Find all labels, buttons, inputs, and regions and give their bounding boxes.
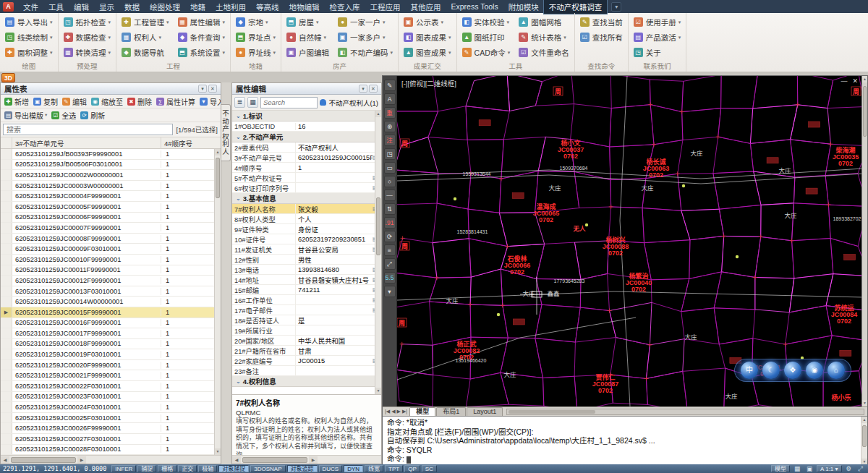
- nav-widget-button[interactable]: ◉: [806, 362, 823, 379]
- table-row[interactable]: 620523101259JC00022F030100011: [1, 381, 221, 392]
- entity-selector[interactable]: 不动产权利人(1): [320, 98, 379, 108]
- panel-tab-owner[interactable]: 不动产权利人: [221, 104, 231, 161]
- viewport-controls[interactable]: [-][俯视][二维线框]: [401, 78, 456, 88]
- scroll-down-icon[interactable]: ▼: [862, 400, 867, 406]
- model-space-button[interactable]: 模型: [771, 465, 790, 472]
- scroll-thumb[interactable]: [376, 197, 380, 255]
- del-button[interactable]: ✖删除: [125, 95, 154, 108]
- table-row[interactable]: 620523101259JC00007F999900011: [1, 223, 221, 234]
- table-row[interactable]: 620523101259JC00006F999900011: [1, 213, 221, 223]
- nav-widget-button[interactable]: ✥: [784, 362, 801, 379]
- scroll-right-icon[interactable]: ▶: [309, 456, 318, 464]
- scroll-left-icon[interactable]: ◀: [1, 456, 9, 464]
- attr-row[interactable]: 15#邮编741211▤: [232, 285, 381, 295]
- zhong-tool-icon[interactable]: 重: [384, 107, 396, 119]
- menu-item[interactable]: 附加模块: [503, 0, 544, 14]
- status-toggle-极轴[interactable]: 极轴: [198, 465, 217, 472]
- ribbon-button[interactable]: ✎统计表格▾: [516, 30, 572, 45]
- layout-tab[interactable]: 布局1: [436, 407, 466, 416]
- nav-widget-button[interactable]: ⌂: [827, 362, 845, 379]
- panel-menu-icon[interactable]: ▾: [359, 85, 367, 93]
- menubar-overflow-button[interactable]: ▾: [611, 2, 621, 12]
- column-header-seq[interactable]: 4#顺序号: [161, 137, 221, 149]
- attr-row[interactable]: 23#备注: [232, 366, 381, 376]
- table-vscrollbar[interactable]: ▲ ▼: [214, 149, 221, 455]
- command-line-panel[interactable]: 命令: *取消*指定对角点或 [栏选(F)/圈围(WP)/圈交(CP)]:自动保…: [383, 416, 867, 465]
- column-header-unit[interactable]: 3#不动产单元号: [12, 137, 161, 149]
- menu-item[interactable]: 地物编辑: [284, 0, 325, 14]
- ribbon-button[interactable]: ▤导入导出▾: [2, 14, 56, 30]
- ribbon-button[interactable]: ▦属性编辑▾: [175, 14, 229, 30]
- table-row[interactable]: 620523101259JC00011F999900011: [1, 265, 221, 276]
- attr-row[interactable]: 19#所属行业: [232, 325, 381, 336]
- status-toggle-INFER[interactable]: INFER: [111, 465, 136, 472]
- rect-tool-icon[interactable]: ▭: [384, 162, 396, 174]
- close-icon[interactable]: ✕: [369, 85, 378, 93]
- ribbon-button[interactable]: ☑文件重命名: [516, 45, 572, 60]
- attr-row[interactable]: 13#电话13993814680▤: [232, 265, 381, 275]
- cad-drawing[interactable]: 杨小文JC000370702杨长诚JC000630702柴海潮JC0003507…: [397, 76, 861, 406]
- calc-button[interactable]: ∑属性计算: [154, 95, 197, 108]
- attr-row[interactable]: 21#户籍所在省市甘肃: [232, 346, 381, 356]
- tabs-hscrollbar[interactable]: [506, 409, 864, 415]
- table-row[interactable]: 620523101259JC00012F999900011: [1, 276, 221, 286]
- menu-item[interactable]: 其他应用: [406, 0, 446, 14]
- attr-section-header[interactable]: ⌄4.权利信息: [232, 376, 381, 387]
- table-row[interactable]: 620523101259JC00002W000000011: [1, 170, 221, 181]
- attr-row[interactable]: 2#要素代码不动产权利人: [232, 142, 381, 153]
- status-toggle-SC[interactable]: SC: [422, 465, 437, 472]
- table-row[interactable]: 620523101259J/B00506F030100011: [1, 160, 221, 171]
- menu-item[interactable]: 地籍: [185, 0, 210, 14]
- attr-row[interactable]: 3#不动产单元号620523101259JC00015F...▤: [232, 153, 381, 163]
- attr-row[interactable]: 14#地址甘谷县磐安镇大庄村1号▤: [232, 275, 381, 285]
- menu-item[interactable]: 检查入库: [325, 0, 365, 14]
- ribbon-button[interactable]: ☑使用手册▾: [631, 14, 684, 30]
- annotate-tool-icon[interactable]: 注: [384, 135, 396, 146]
- status-toggle-捕捉[interactable]: 捕捉: [137, 465, 156, 472]
- osnap-tool-icon[interactable]: ⊕: [384, 121, 396, 132]
- ribbon-button[interactable]: ▲图查成果▾: [401, 45, 454, 60]
- ribbon-button[interactable]: ▤产品激活▾: [631, 30, 684, 45]
- ribbon-button[interactable]: ▲图幅网格: [516, 14, 572, 30]
- scroll-thumb[interactable]: [242, 457, 307, 463]
- ribbon-button[interactable]: ▦转换清理▾: [61, 45, 114, 60]
- line-tool-icon[interactable]: —: [384, 189, 396, 201]
- attr-row[interactable]: 20#国家/地区中华人民共和国: [232, 336, 381, 346]
- table-row[interactable]: 620523101259JC00014W000000011: [1, 297, 221, 307]
- next-tab-icon[interactable]: ▶: [397, 409, 401, 414]
- tpl-button[interactable]: ▤导出模版▾: [2, 109, 49, 122]
- table-row[interactable]: 620523101259JC00023F030100011: [1, 392, 221, 403]
- table-row[interactable]: 620523101259JC00008F999900011: [1, 234, 221, 244]
- table-row[interactable]: 620523101259JC00003W000000011: [1, 181, 221, 192]
- table-row[interactable]: 620523101259JC00020F999900011: [1, 360, 221, 371]
- ribbon-button[interactable]: ●自然幢▾: [284, 30, 332, 45]
- ribbon-button[interactable]: ●一家一户▾: [335, 14, 396, 30]
- menu-item[interactable]: 不动产权籍调查: [544, 0, 608, 14]
- table-row[interactable]: 620523101259JC00021F999900011: [1, 370, 221, 381]
- ribbon-button[interactable]: ◆宗地▾: [233, 14, 278, 30]
- ref-button[interactable]: ⟳刷新: [78, 109, 107, 122]
- menu-item[interactable]: 工程应用: [365, 0, 406, 14]
- nav-widget-button[interactable]: 中: [741, 362, 758, 379]
- table-row[interactable]: 620523101259JC00027F030100011: [1, 434, 221, 445]
- command-vscrollbar[interactable]: ▲ ▼: [861, 417, 867, 465]
- imp-button[interactable]: ▼导入: [197, 95, 221, 108]
- attr-vscrollbar[interactable]: ▲ ▼: [375, 111, 381, 394]
- prev-tab-icon[interactable]: ◀: [391, 409, 395, 414]
- app-logo-icon[interactable]: A: [3, 2, 14, 12]
- table-row[interactable]: 620523101259JC00010F999900011: [1, 255, 221, 265]
- swap-tool-icon[interactable]: ⇅: [384, 203, 396, 215]
- ribbon-button[interactable]: ◧实体校验▾: [459, 14, 514, 30]
- ribbon-button[interactable]: ▲图纸打印: [459, 30, 514, 45]
- scroll-thumb[interactable]: [509, 410, 595, 414]
- annotation-scale-button[interactable]: A 1:1 ▾: [817, 465, 841, 472]
- menu-item[interactable]: 绘图处理: [145, 0, 185, 14]
- attr-row[interactable]: 18#是否持证人是: [232, 315, 381, 325]
- attr-section-header[interactable]: ⌄1.标识: [232, 111, 381, 122]
- menu-item[interactable]: 数据: [119, 0, 145, 14]
- ribbon-button[interactable]: ✎CAD命令▾: [459, 45, 514, 60]
- table-row[interactable]: 620523101259JC00025F030100011: [1, 413, 221, 424]
- ribbon-button[interactable]: ✚面积调整▾: [2, 45, 56, 60]
- attr-row[interactable]: 16#工作单位▤: [232, 295, 381, 305]
- panel-menu-icon[interactable]: ▾: [198, 85, 207, 93]
